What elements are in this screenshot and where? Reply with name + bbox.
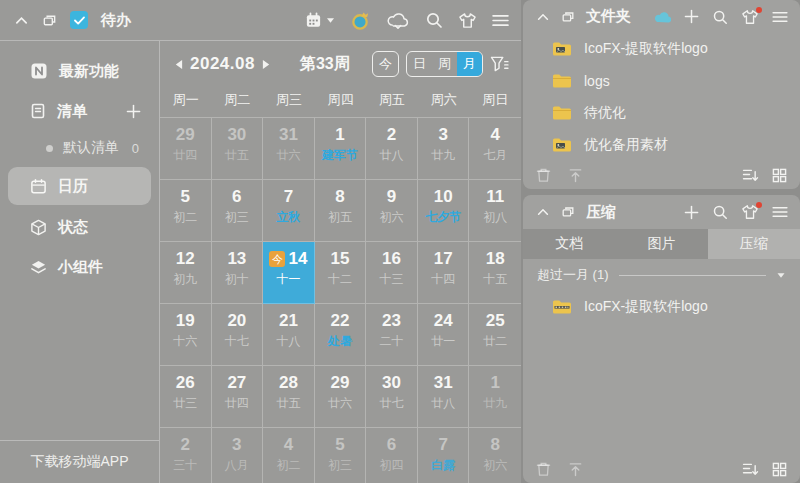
collapse-chevron-up-icon[interactable]	[536, 10, 550, 24]
collapse-chevron-up-icon[interactable]	[536, 205, 550, 219]
trash-icon[interactable]	[536, 461, 551, 477]
collapse-chevron-up-icon[interactable]	[14, 13, 29, 28]
cloud-status-icon[interactable]	[654, 11, 671, 23]
calendar-day-cell[interactable]: 16十三	[366, 242, 418, 304]
calendar-day-cell[interactable]: 1廿九	[469, 366, 521, 428]
day-number: 27	[227, 373, 246, 393]
calendar-day-cell[interactable]: 3廿九	[418, 118, 470, 180]
menu-icon[interactable]	[492, 14, 509, 27]
sidebar-item-status[interactable]: 状态	[0, 207, 159, 247]
search-icon[interactable]	[712, 9, 728, 25]
calendar-day-cell[interactable]: 5初三	[315, 428, 367, 483]
view-option[interactable]: 周	[432, 52, 457, 76]
calendar-day-cell[interactable]: 17十四	[418, 242, 470, 304]
folder-item[interactable]: 待优化	[523, 97, 800, 129]
add-icon[interactable]	[684, 205, 699, 220]
archive-group-row[interactable]: 超过一月 (1)	[523, 259, 800, 291]
search-icon[interactable]	[425, 11, 443, 29]
sidebar-item-default-list[interactable]: 默认清单 0	[0, 131, 159, 165]
view-option[interactable]: 月	[457, 52, 482, 76]
restore-window-icon[interactable]	[561, 10, 575, 24]
calendar-day-cell[interactable]: 7立秋	[263, 180, 315, 242]
calendar-day-cell[interactable]: 2三十	[160, 428, 212, 483]
next-month-icon[interactable]	[262, 59, 271, 70]
calendar-day-cell[interactable]: 13初十	[212, 242, 264, 304]
theme-shirt-icon[interactable]	[741, 9, 759, 25]
download-mobile-app-button[interactable]: 下载移动端APP	[0, 440, 159, 483]
calendar-day-cell[interactable]: 22处暑	[315, 304, 367, 366]
cloud-sync-icon[interactable]	[386, 12, 410, 29]
theme-shirt-icon[interactable]	[741, 204, 759, 220]
calendar-day-cell[interactable]: 24廿一	[418, 304, 470, 366]
calendar-day-cell[interactable]: 8初六	[469, 428, 521, 483]
calendar-day-cell[interactable]: 29廿四	[160, 118, 212, 180]
calendar-day-cell[interactable]: 6初三	[212, 180, 264, 242]
calendar-day-cell[interactable]: 30廿七	[366, 366, 418, 428]
move-to-top-icon[interactable]	[568, 462, 583, 477]
calendar-day-cell[interactable]: 4初二	[263, 428, 315, 483]
calendar-day-cell[interactable]: 2廿八	[366, 118, 418, 180]
calendar-day-cell[interactable]: 10七夕节	[418, 180, 470, 242]
filter-icon[interactable]	[490, 56, 509, 72]
calendar-day-cell[interactable]: 今14十一	[263, 242, 315, 304]
calendar-view-dropdown[interactable]	[305, 12, 335, 29]
calendar-day-cell[interactable]: 1建军节	[315, 118, 367, 180]
archive-item[interactable]: IcoFX-提取软件logo	[523, 291, 800, 323]
calendar-day-cell[interactable]: 21十八	[263, 304, 315, 366]
calendar-day-cell[interactable]: 31廿八	[418, 366, 470, 428]
restore-window-icon[interactable]	[561, 205, 575, 219]
menu-icon[interactable]	[772, 206, 788, 218]
collapse-caret-down-icon[interactable]	[776, 272, 786, 279]
calendar-day-cell[interactable]: 7白露	[418, 428, 470, 483]
folder-item[interactable]: IcoFX-提取软件logo	[523, 33, 800, 65]
day-number-row: 12	[176, 249, 195, 269]
calendar-day-cell[interactable]: 25廿二	[469, 304, 521, 366]
grid-view-icon[interactable]	[772, 462, 787, 477]
sidebar-item-widgets[interactable]: 小组件	[0, 247, 159, 287]
calendar-day-cell[interactable]: 28廿五	[263, 366, 315, 428]
menu-icon[interactable]	[772, 11, 788, 23]
calendar-day-cell[interactable]: 8初五	[315, 180, 367, 242]
calendar-day-cell[interactable]: 31廿六	[263, 118, 315, 180]
grid-view-icon[interactable]	[772, 168, 787, 183]
sidebar-item-lists[interactable]: 清单	[0, 91, 159, 131]
calendar-day-cell[interactable]: 29廿六	[315, 366, 367, 428]
calendar-day-cell[interactable]: 26廿三	[160, 366, 212, 428]
restore-window-icon[interactable]	[42, 13, 57, 28]
calendar-day-cell[interactable]: 15十二	[315, 242, 367, 304]
add-list-icon[interactable]	[126, 104, 141, 119]
folder-item[interactable]: 优化备用素材	[523, 129, 800, 161]
calendar-day-cell[interactable]: 20十七	[212, 304, 264, 366]
todo-checkbox[interactable]	[70, 11, 88, 29]
calendar-day-cell[interactable]: 9初六	[366, 180, 418, 242]
vip-membership-icon[interactable]	[350, 10, 371, 31]
tab-压缩[interactable]: 压缩	[708, 229, 800, 259]
weekday-row: 周一周二周三周四周五周六周日	[160, 83, 521, 117]
calendar-day-cell[interactable]: 11初八	[469, 180, 521, 242]
search-icon[interactable]	[712, 204, 728, 220]
today-button[interactable]: 今	[372, 51, 399, 77]
calendar-day-cell[interactable]: 19十六	[160, 304, 212, 366]
calendar-day-cell[interactable]: 4七月	[469, 118, 521, 180]
calendar-day-cell[interactable]: 30廿五	[212, 118, 264, 180]
prev-month-icon[interactable]	[174, 59, 183, 70]
calendar-day-cell[interactable]: 23二十	[366, 304, 418, 366]
add-icon[interactable]	[684, 9, 699, 24]
tab-文档[interactable]: 文档	[523, 229, 615, 259]
folder-item[interactable]: logs	[523, 65, 800, 97]
sort-icon[interactable]	[742, 462, 759, 476]
calendar-day-cell[interactable]: 12初九	[160, 242, 212, 304]
view-option[interactable]: 日	[407, 52, 432, 76]
sidebar-item-latest-features[interactable]: 最新功能	[0, 51, 159, 91]
theme-shirt-icon[interactable]	[458, 12, 477, 29]
tab-图片[interactable]: 图片	[615, 229, 707, 259]
sort-icon[interactable]	[742, 168, 759, 182]
calendar-day-cell[interactable]: 3八月	[212, 428, 264, 483]
calendar-day-cell[interactable]: 18十五	[469, 242, 521, 304]
move-to-top-icon[interactable]	[568, 168, 583, 183]
calendar-day-cell[interactable]: 5初二	[160, 180, 212, 242]
trash-icon[interactable]	[536, 167, 551, 183]
calendar-day-cell[interactable]: 6初四	[366, 428, 418, 483]
sidebar-item-calendar[interactable]: 日历	[8, 167, 151, 205]
calendar-day-cell[interactable]: 27廿四	[212, 366, 264, 428]
